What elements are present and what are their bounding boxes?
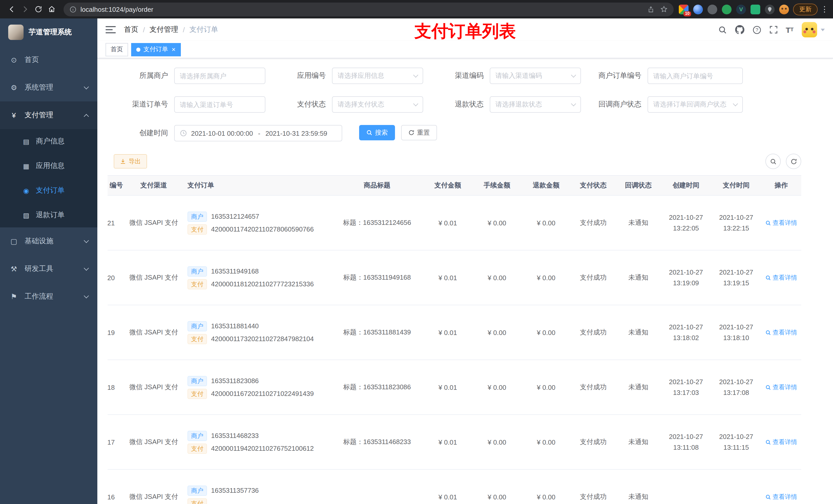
app-logo[interactable]: 芋道管理系统 — [0, 19, 97, 46]
chevron-down-icon — [571, 101, 576, 106]
table-row: 21 微信 JSAPI 支付 商户1635312124657 支付4200001… — [108, 196, 801, 250]
extension-grid-icon[interactable] — [751, 4, 760, 14]
chevron-up-icon — [84, 114, 89, 119]
view-detail-link[interactable]: 查看详情 — [765, 438, 797, 447]
sidebar-item-payment[interactable]: ¥ 支付管理 — [0, 101, 97, 129]
cell-pay-order: 商户1635311468233 支付4200001194202110276752… — [182, 428, 331, 456]
user-menu[interactable] — [802, 22, 825, 38]
chevron-down-icon — [84, 266, 89, 271]
sidebar-item-home[interactable]: ⊙ 首页 — [0, 46, 97, 74]
card-icon: ▤ — [22, 138, 31, 145]
sidebar-item-workflow[interactable]: ⚑ 工作流程 — [0, 283, 97, 310]
app-title: 芋道管理系统 — [29, 28, 72, 37]
sidebar-item-pay-order[interactable]: ◉ 支付订单 — [0, 178, 97, 203]
share-icon[interactable] — [647, 6, 654, 13]
browser-forward-icon[interactable] — [19, 3, 32, 16]
view-detail-link[interactable]: 查看详情 — [765, 273, 797, 282]
pay-tag: 支付 — [188, 334, 207, 344]
font-size-icon[interactable]: TT — [786, 26, 793, 33]
extension-colorful-icon[interactable]: 10 — [679, 4, 689, 14]
channel-order-no-input[interactable] — [180, 101, 260, 108]
svg-text:?: ? — [755, 27, 758, 32]
browser-back-icon[interactable] — [5, 3, 19, 16]
dashboard-icon: ⊙ — [9, 56, 19, 64]
logo-image — [8, 25, 24, 40]
fullscreen-icon[interactable] — [769, 26, 778, 34]
github-icon[interactable] — [735, 25, 744, 34]
view-detail-link[interactable]: 查看详情 — [765, 493, 797, 501]
record-icon: ◉ — [22, 187, 31, 194]
channel-code-select[interactable]: 请输入渠道编码 — [490, 68, 581, 84]
view-detail-link[interactable]: 查看详情 — [765, 218, 797, 227]
pay-status-select[interactable]: 请选择支付状态 — [332, 96, 423, 113]
document-icon: ▧ — [22, 211, 31, 219]
breadcrumb-payment[interactable]: 支付管理 — [149, 25, 178, 34]
profile-avatar-icon[interactable] — [779, 4, 789, 14]
search-button[interactable]: 搜索 — [359, 125, 395, 140]
search-icon[interactable] — [718, 25, 727, 34]
browser-reload-icon[interactable] — [32, 3, 45, 16]
refresh-table-button[interactable] — [786, 154, 801, 169]
tags-view-bar: 首页 支付订单 × — [97, 41, 833, 58]
view-detail-link[interactable]: 查看详情 — [765, 328, 797, 337]
sidebar-item-refund-order[interactable]: ▧ 退款订单 — [0, 203, 97, 227]
tab-pay-order[interactable]: 支付订单 × — [131, 43, 181, 56]
extension-gray-icon[interactable] — [708, 4, 717, 14]
cell-pay-order: 商户1635311949168 支付4200001181202110277723… — [182, 264, 331, 292]
merchant-order-no-input[interactable] — [653, 72, 737, 80]
merchant-select[interactable] — [174, 68, 265, 84]
notify-status-select[interactable]: 请选择订单回调商户状态 — [647, 96, 743, 113]
filter-label: 商户订单编号 — [590, 71, 647, 80]
browser-home-icon[interactable] — [45, 3, 58, 16]
clock-icon — [180, 129, 187, 137]
address-bar[interactable]: localhost:1024/pay/order — [64, 2, 674, 16]
merchant-input[interactable] — [180, 72, 260, 80]
export-button[interactable]: 导出 — [114, 154, 147, 169]
filter-label: 所属商户 — [117, 71, 174, 80]
filter-refund-status: 退款状态 请选择退款状态 — [432, 96, 581, 113]
close-icon[interactable]: × — [172, 46, 175, 53]
breadcrumb-current: 支付订单 — [190, 25, 218, 34]
merchant-order-no-field[interactable] — [647, 68, 743, 84]
pay-tag: 支付 — [188, 224, 207, 234]
date-range-picker[interactable]: 2021-10-01 00:00:00 - 2021-10-31 23:59:5… — [174, 125, 342, 141]
app-select[interactable]: 请选择应用信息 — [332, 68, 423, 84]
avatar — [802, 22, 817, 38]
table-row: 16 微信 JSAPI 支付 商户1635311357736 支付 ¥ 0.01… — [108, 470, 801, 504]
merchant-tag: 商户 — [188, 321, 207, 331]
toggle-search-button[interactable] — [765, 154, 781, 169]
sidebar-item-app-info[interactable]: ▦ 应用信息 — [0, 154, 97, 178]
extension-drop-icon[interactable] — [693, 4, 703, 14]
merchant-tag: 商户 — [188, 266, 207, 276]
table-row: 20 微信 JSAPI 支付 商户1635311949168 支付4200001… — [108, 250, 801, 305]
table-toolbar: 导出 — [108, 154, 823, 169]
sidebar-item-infra[interactable]: ▢ 基础设施 — [0, 227, 97, 255]
extensions-pin-icon[interactable] — [765, 4, 775, 14]
sidebar-item-devtools[interactable]: ⚒ 研发工具 — [0, 255, 97, 283]
sidebar-item-merchant-info[interactable]: ▤ 商户信息 — [0, 129, 97, 154]
chevron-down-icon — [84, 84, 89, 89]
browser-menu-icon[interactable]: ⋮ — [821, 5, 828, 14]
refund-status-select[interactable]: 请选择退款状态 — [490, 96, 581, 113]
sidebar-item-system[interactable]: ⚙ 系统管理 — [0, 74, 97, 101]
browser-update-button[interactable]: 更新 — [793, 3, 818, 15]
chevron-down-icon — [733, 101, 738, 106]
chevron-down-icon — [84, 238, 89, 243]
help-icon[interactable]: ? — [752, 25, 761, 34]
extension-icons: 10 V — [679, 4, 789, 14]
orders-table: 编号 支付渠道 支付订单 商品标题 支付金额 手续金额 退款金额 支付状态 回调… — [108, 175, 823, 504]
view-detail-link[interactable]: 查看详情 — [765, 383, 797, 391]
chevron-down-icon — [571, 72, 576, 78]
site-info-icon[interactable] — [70, 6, 76, 13]
vue-devtools-icon[interactable]: V — [736, 4, 746, 14]
tab-home[interactable]: 首页 — [105, 43, 128, 56]
reset-button[interactable]: 重置 — [401, 125, 437, 140]
sidebar-toggle-icon[interactable] — [105, 26, 116, 33]
extension-green-icon[interactable] — [722, 4, 732, 14]
filter-merchant: 所属商户 — [117, 68, 265, 84]
channel-order-no-field[interactable] — [174, 96, 265, 113]
breadcrumb-home[interactable]: 首页 — [124, 25, 138, 34]
pay-tag: 支付 — [188, 279, 207, 289]
table-row: 18 微信 JSAPI 支付 商户1635311823086 支付4200001… — [108, 360, 801, 415]
bookmark-star-icon[interactable] — [660, 6, 668, 13]
